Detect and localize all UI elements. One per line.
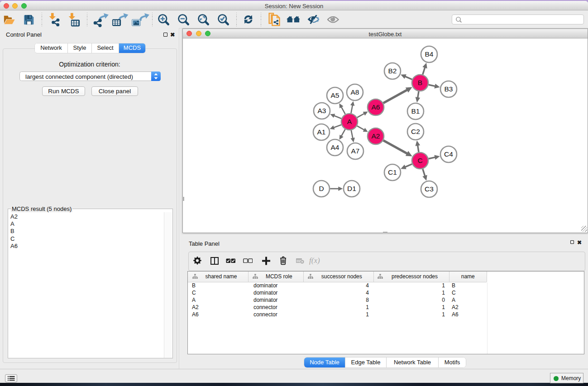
svg-text:A1: A1: [317, 128, 326, 136]
svg-text:A2: A2: [372, 132, 380, 140]
svg-text:A5: A5: [331, 91, 339, 99]
svg-text:B2: B2: [388, 67, 397, 75]
svg-text:C3: C3: [425, 185, 434, 193]
svg-text:A3: A3: [318, 107, 326, 114]
svg-text:A7: A7: [351, 147, 360, 155]
svg-text:A4: A4: [331, 143, 339, 151]
svg-text:B4: B4: [425, 50, 434, 58]
svg-text:C1: C1: [388, 168, 397, 176]
svg-text:C: C: [417, 157, 422, 164]
svg-text:D: D: [319, 185, 324, 192]
svg-text:B1: B1: [411, 107, 420, 115]
svg-text:C4: C4: [444, 150, 453, 158]
svg-text:A8: A8: [351, 88, 359, 96]
svg-text:B3: B3: [445, 85, 453, 93]
svg-text:A6: A6: [372, 103, 380, 111]
svg-text:A: A: [347, 118, 352, 125]
svg-text:B: B: [418, 79, 422, 86]
svg-text:C2: C2: [411, 128, 420, 135]
svg-text:D1: D1: [347, 185, 356, 192]
